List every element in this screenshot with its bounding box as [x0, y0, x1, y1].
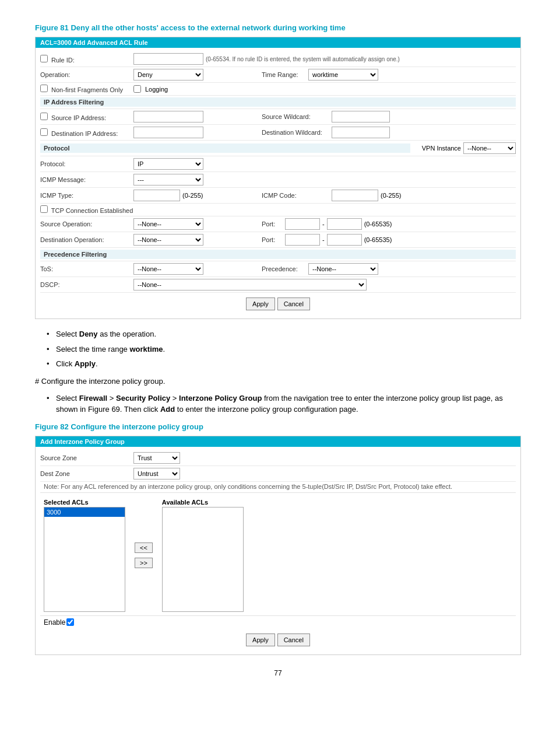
bullet1-item2: Select the time range worktime. — [47, 344, 521, 355]
dest-op-select[interactable]: --None-- — [133, 234, 203, 246]
source-ip-checkbox[interactable] — [40, 113, 48, 120]
icmp-message-select[interactable]: --- — [133, 174, 203, 186]
non-first-fragments-checkbox[interactable] — [40, 85, 48, 92]
available-acls-listbox[interactable] — [162, 507, 244, 612]
fragments-row: Non-first Fragments Only Logging — [40, 83, 516, 96]
logging-checkbox[interactable] — [133, 85, 141, 93]
dest-port-sep: - — [322, 236, 325, 243]
operation-select[interactable]: Deny — [133, 69, 203, 80]
vpn-instance-select[interactable]: --None-- — [463, 142, 516, 154]
tcp-conn-label: TCP Connection Established — [51, 207, 133, 214]
dest-port-range: (0-65535) — [364, 236, 392, 243]
source-port-range: (0-65535) — [364, 220, 392, 228]
enable-checkbox[interactable] — [66, 618, 74, 626]
source-zone-label: Source Zone — [40, 454, 77, 461]
fig82-cancel-button[interactable]: Cancel — [277, 634, 310, 646]
dest-operation-label: Destination Operation: — [40, 236, 104, 243]
dscp-label: DSCP: — [40, 281, 60, 288]
dscp-select[interactable]: --None-- — [133, 279, 367, 290]
source-op-select[interactable]: --None-- — [133, 218, 203, 230]
selected-acls-listbox[interactable]: 3000 — [44, 507, 125, 612]
acl-move-left-button[interactable]: << — [135, 542, 153, 553]
dest-wildcard-input[interactable] — [332, 127, 390, 138]
source-zone-select[interactable]: Trust — [133, 452, 180, 464]
page-number: 77 — [35, 669, 521, 677]
fig81-cancel-button[interactable]: Cancel — [277, 298, 310, 310]
fig81-apply-button[interactable]: Apply — [246, 298, 275, 310]
rule-id-input[interactable] — [133, 53, 203, 65]
fig81-btn-row: Apply Cancel — [40, 293, 516, 315]
figure81-title: Figure 81 Deny all the other hosts' acce… — [35, 23, 521, 32]
tos-select[interactable]: --None-- — [133, 263, 203, 275]
fig82-btn-row: Apply Cancel — [40, 629, 516, 651]
dest-ip-input[interactable] — [133, 127, 203, 138]
source-wildcard-input[interactable] — [332, 111, 390, 123]
icmp-code-input[interactable] — [332, 190, 378, 201]
protocol-label: Protocol: — [40, 160, 65, 167]
enable-label: Enable — [44, 618, 65, 626]
time-range-select[interactable]: worktime — [308, 69, 378, 80]
bullet2-item: Select Firewall > Security Policy > Inte… — [47, 393, 521, 415]
dest-wildcard-label: Destination Wildcard: — [262, 129, 322, 136]
source-port-input1[interactable] — [285, 218, 320, 230]
figure82-title: Figure 82 Configure the interzone policy… — [35, 422, 521, 431]
ip-section-header-row: IP Address Filtering — [40, 96, 516, 109]
source-operation-label: Source Operation: — [40, 220, 92, 228]
tcp-conn-checkbox[interactable] — [40, 205, 48, 213]
dest-op-row: Destination Operation: --None-- Port: - … — [40, 232, 516, 248]
bullets1: Select Deny as the operation. Select the… — [47, 328, 521, 370]
precedence-select[interactable]: --None-- — [308, 263, 378, 275]
source-port-label: Port: — [262, 220, 275, 228]
icmp-code-label: ICMP Code: — [262, 192, 297, 199]
tos-row: ToS: --None-- Precedence: --None-- — [40, 261, 516, 277]
rule-id-row: Rule ID: (0-65534. If no rule ID is ente… — [40, 51, 516, 67]
rule-id-hint: (0-65534. If no rule ID is entered, the … — [206, 56, 400, 62]
dest-ip-checkbox[interactable] — [40, 128, 48, 136]
tos-label: ToS: — [40, 265, 53, 272]
icmp-message-row: ICMP Message: --- — [40, 172, 516, 188]
icmp-message-label: ICMP Message: — [40, 176, 86, 183]
bullet1-item1: Select Deny as the operation. — [47, 328, 521, 340]
bullets2: Select Firewall > Security Policy > Inte… — [47, 393, 521, 415]
acl-selected-item[interactable]: 3000 — [44, 508, 125, 517]
dest-ip-label: Destination IP Address: — [51, 130, 118, 137]
dest-port-input1[interactable] — [285, 234, 320, 246]
dest-port-input2[interactable] — [327, 234, 362, 246]
protocol-section-header: Protocol — [40, 144, 410, 153]
rule-id-checkbox[interactable] — [40, 55, 48, 62]
icmp-type-input[interactable] — [133, 190, 180, 201]
selected-acls-label: Selected ACLs — [44, 499, 125, 506]
source-zone-row: Source Zone Trust — [40, 450, 516, 466]
source-ip-input[interactable] — [133, 111, 203, 123]
protocol-section-header-row: Protocol VPN Instance --None-- — [40, 141, 516, 156]
source-op-row: Source Operation: --None-- Port: - (0-65… — [40, 216, 516, 232]
available-acls-label: Available ACLs — [162, 499, 244, 506]
precedence-section-header: Precedence Filtering — [40, 250, 516, 259]
interzone-note: Note: For any ACL referenced by an inter… — [40, 482, 516, 493]
interzone-form-panel: Add Interzone Policy Group Source Zone T… — [35, 436, 521, 655]
source-port-sep: - — [322, 220, 325, 228]
dscp-row: DSCP: --None-- — [40, 277, 516, 293]
tcp-conn-row: TCP Connection Established — [40, 204, 516, 216]
source-wildcard-label: Source Wildcard: — [262, 113, 311, 120]
icmp-type-label: ICMP Type: — [40, 192, 73, 199]
acl-arrow-buttons: << >> — [130, 499, 157, 612]
acl-columns: Selected ACLs 3000 << >> Available ACLs — [44, 499, 512, 612]
bullet1-item3: Click Apply. — [47, 358, 521, 370]
available-acls-column: Available ACLs — [162, 499, 244, 612]
acl-move-right-button[interactable]: >> — [135, 558, 153, 568]
precedence-label: Precedence: — [262, 265, 298, 272]
source-ip-label: Source IP Address: — [51, 114, 106, 121]
dest-zone-select[interactable]: Untrust — [133, 468, 180, 480]
operation-label: Operation: — [40, 71, 70, 78]
icmp-type-range: (0-255) — [182, 192, 203, 199]
acl-form-panel: ACL=3000 Add Advanced ACL Rule Rule ID: … — [35, 37, 521, 319]
source-ip-row: Source IP Address: Source Wildcard: — [40, 109, 516, 125]
fig82-apply-button[interactable]: Apply — [246, 634, 275, 646]
enable-row: Enable — [40, 615, 516, 629]
source-port-input2[interactable] — [327, 218, 362, 230]
acl-panel-header: ACL=3000 Add Advanced ACL Rule — [36, 37, 520, 48]
acl-lists-area: Selected ACLs 3000 << >> Available ACLs — [40, 495, 516, 615]
protocol-select[interactable]: IP — [133, 158, 203, 170]
time-range-label: Time Range: — [262, 71, 298, 78]
